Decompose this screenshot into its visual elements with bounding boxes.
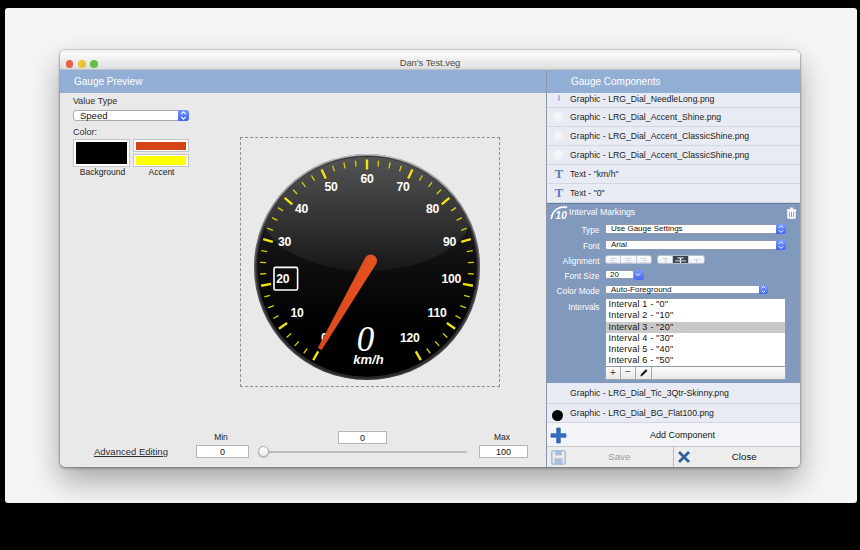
svg-text:50: 50 (324, 180, 337, 194)
svg-text:70: 70 (397, 180, 410, 194)
svg-text:60: 60 (361, 172, 374, 186)
svg-text:110: 110 (428, 306, 447, 320)
svg-text:90: 90 (443, 235, 456, 249)
svg-text:80: 80 (426, 202, 439, 216)
svg-text:40: 40 (295, 202, 308, 216)
svg-text:10: 10 (556, 210, 568, 221)
svg-text:30: 30 (278, 235, 291, 249)
svg-text:20: 20 (276, 272, 289, 286)
svg-text:10: 10 (291, 306, 304, 320)
svg-text:km/h: km/h (353, 352, 383, 367)
svg-text:120: 120 (400, 331, 420, 345)
svg-text:100: 100 (441, 272, 461, 286)
